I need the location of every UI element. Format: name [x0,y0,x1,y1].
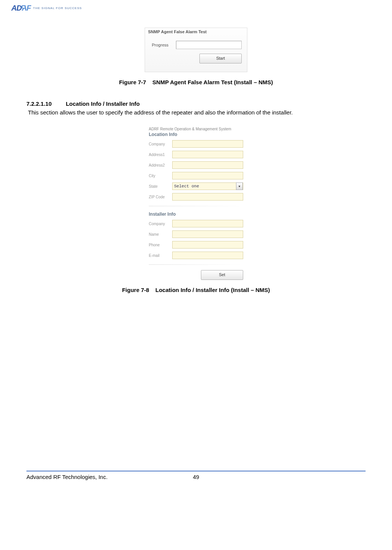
installer-phone-label: Phone [149,243,172,247]
figure-7-7-block: SNMP Agent False Alarm Test Progress Sta… [26,28,366,85]
logo-tagline: THE SIGNAL FOR SUCCESS [33,6,82,10]
header-logo-row: ADRF THE SIGNAL FOR SUCCESS [11,0,366,16]
installer-info-title: Installer Info [149,212,243,217]
logo-text: ADRF [11,4,31,12]
zip-input[interactable] [172,193,243,201]
installer-company-label: Company [149,222,172,226]
divider-2 [149,264,243,265]
caption-text-2: Location Info / Installer Info (Install … [156,287,270,293]
figure-7-7-caption: Figure 7-7 SNMP Agent False Alarm Test (… [26,79,366,85]
state-label: State [149,184,172,188]
installer-company-input[interactable] [172,220,243,227]
section-title: Location Info / Installer Info [66,100,140,107]
installer-name-input[interactable] [172,230,243,238]
figure-7-8-block: ADRF Remote Operation & Management Syste… [26,127,366,293]
location-info-title: Location Info [149,132,243,137]
state-select[interactable]: Select one ▼ [172,182,243,190]
installer-email-label: E-mail [149,253,172,258]
chevron-down-icon: ▼ [236,182,243,190]
section-heading: 7.2.2.1.10 Location Info / Installer Inf… [26,100,366,107]
caption-prefix-2: Figure 7-8 [122,287,149,293]
zip-label: ZIP Code [149,195,172,199]
address1-input[interactable] [172,151,243,158]
page-footer: Advanced RF Technologies, Inc. 49 [26,471,366,488]
footer-page-number: 49 [185,474,207,480]
location-installer-panel: ADRF Remote Operation & Management Syste… [149,127,243,280]
city-input[interactable] [172,172,243,179]
installer-email-input[interactable] [172,252,243,259]
company-input[interactable] [172,140,243,148]
caption-text: SNMP Agent False Alarm Test (Install – N… [153,79,273,85]
city-label: City [149,174,172,178]
snmp-panel: SNMP Agent False Alarm Test Progress Sta… [145,28,247,72]
installer-phone-input[interactable] [172,241,243,249]
address2-label: Address2 [149,163,172,167]
section-number: 7.2.2.1.10 [26,100,64,107]
state-select-value: Select one [174,184,199,188]
snmp-panel-title: SNMP Agent False Alarm Test [147,28,245,36]
start-button[interactable]: Start [199,54,242,63]
set-button[interactable]: Set [201,270,243,280]
installer-name-label: Name [149,232,172,236]
caption-prefix: Figure 7-7 [119,79,146,85]
company-label: Company [149,142,172,146]
address2-input[interactable] [172,161,243,169]
progress-label: Progress [152,43,176,47]
address1-label: Address1 [149,153,172,157]
footer-company: Advanced RF Technologies, Inc. [26,474,185,480]
progress-input[interactable] [176,41,242,49]
figure-7-8-caption: Figure 7-8 Location Info / Installer Inf… [26,287,366,293]
section-body: This section allows the user to specify … [28,109,366,116]
panel2-supertitle: ADRF Remote Operation & Management Syste… [149,127,243,131]
footer-rule [26,471,366,471]
divider [149,206,243,206]
